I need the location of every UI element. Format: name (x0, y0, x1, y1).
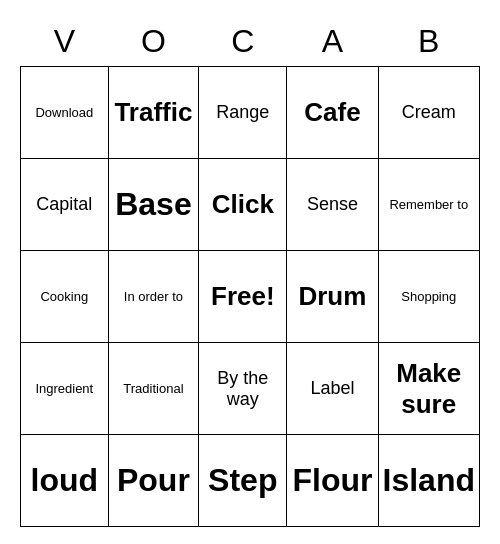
bingo-cell: Base (108, 159, 199, 251)
header-cell: O (108, 17, 199, 67)
bingo-cell: Ingredient (21, 343, 109, 435)
bingo-cell: Traditional (108, 343, 199, 435)
bingo-cell: Shopping (378, 251, 480, 343)
bingo-card: VOCAB DownloadTrafficRangeCafeCreamCapit… (20, 17, 480, 528)
bingo-cell: loud (21, 435, 109, 527)
bingo-cell: Traffic (108, 67, 199, 159)
header-cell: A (287, 17, 378, 67)
bingo-cell: Cream (378, 67, 480, 159)
bingo-cell: Download (21, 67, 109, 159)
bingo-cell: Step (199, 435, 287, 527)
bingo-cell: Island (378, 435, 480, 527)
table-row: IngredientTraditionalBy the wayLabelMake… (21, 343, 480, 435)
bingo-cell: Flour (287, 435, 378, 527)
bingo-cell: Capital (21, 159, 109, 251)
bingo-cell: Free! (199, 251, 287, 343)
bingo-cell: Cafe (287, 67, 378, 159)
bingo-cell: Click (199, 159, 287, 251)
bingo-cell: Make sure (378, 343, 480, 435)
table-row: loudPourStepFlourIsland (21, 435, 480, 527)
header-cell: C (199, 17, 287, 67)
bingo-cell: Cooking (21, 251, 109, 343)
bingo-cell: By the way (199, 343, 287, 435)
bingo-cell: Label (287, 343, 378, 435)
table-row: CapitalBaseClickSenseRemember to (21, 159, 480, 251)
header-cell: B (378, 17, 480, 67)
header-cell: V (21, 17, 109, 67)
bingo-cell: In order to (108, 251, 199, 343)
bingo-cell: Drum (287, 251, 378, 343)
table-row: DownloadTrafficRangeCafeCream (21, 67, 480, 159)
table-row: CookingIn order toFree!DrumShopping (21, 251, 480, 343)
bingo-cell: Sense (287, 159, 378, 251)
bingo-cell: Range (199, 67, 287, 159)
bingo-cell: Remember to (378, 159, 480, 251)
bingo-cell: Pour (108, 435, 199, 527)
